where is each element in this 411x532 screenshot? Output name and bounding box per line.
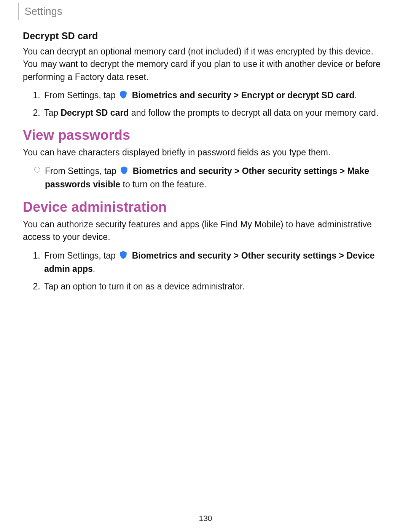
- circle-bullet-icon: [34, 167, 40, 173]
- bold-text: Other security settings: [242, 166, 338, 176]
- decrypt-sd-intro: You can decrypt an optional memory card …: [23, 45, 388, 83]
- shield-icon: [119, 166, 129, 176]
- view-passwords-bullet: From Settings, tap Biometrics and securi…: [34, 165, 388, 192]
- text: .: [355, 90, 357, 100]
- text: to turn on the feature.: [120, 179, 206, 189]
- text: From Settings, tap: [45, 166, 119, 176]
- bold-text: Other security settings: [241, 251, 337, 260]
- bold-text: Biometrics and security: [132, 251, 231, 260]
- bold-text: Encrypt or decrypt SD card: [241, 90, 355, 100]
- shield-icon: [118, 90, 128, 100]
- chevron-right-icon: >: [234, 166, 239, 176]
- header-title: Settings: [24, 6, 62, 18]
- device-admin-step-1: From Settings, tap Biometrics and securi…: [43, 249, 388, 276]
- header-divider: [18, 3, 19, 20]
- text: .: [93, 264, 95, 274]
- page-number: 130: [0, 514, 411, 523]
- page-header: Settings: [18, 0, 388, 22]
- section-title-device-admin: Device administration: [23, 199, 388, 215]
- bold-text: Biometrics and security: [132, 90, 231, 100]
- text: From Settings, tap: [44, 251, 118, 260]
- decrypt-sd-step-2: Tap Decrypt SD card and follow the promp…: [43, 106, 388, 120]
- device-admin-intro: You can authorize security features and …: [23, 218, 388, 244]
- bold-text: Biometrics and security: [133, 166, 232, 176]
- chevron-right-icon: >: [234, 90, 239, 100]
- chevron-right-icon: >: [234, 251, 239, 260]
- text: From Settings, tap: [44, 90, 118, 100]
- view-passwords-intro: You can have characters displayed briefl…: [23, 146, 388, 159]
- decrypt-sd-steps: From Settings, tap Biometrics and securi…: [23, 89, 388, 120]
- device-admin-steps: From Settings, tap Biometrics and securi…: [23, 249, 388, 294]
- bold-text: Decrypt SD card: [61, 108, 129, 118]
- section-title-view-passwords: View passwords: [23, 127, 388, 143]
- chevron-right-icon: >: [340, 166, 345, 176]
- decrypt-sd-step-1: From Settings, tap Biometrics and securi…: [43, 89, 388, 102]
- device-admin-step-2: Tap an option to turn it on as a device …: [43, 280, 388, 294]
- shield-icon: [118, 250, 128, 260]
- subheading-decrypt-sd: Decrypt SD card: [23, 30, 388, 42]
- chevron-right-icon: >: [339, 251, 344, 260]
- page-container: Settings Decrypt SD card You can decrypt…: [0, 0, 411, 532]
- text: Tap: [44, 108, 61, 118]
- view-passwords-bullets: From Settings, tap Biometrics and securi…: [23, 165, 388, 192]
- text: and follow the prompts to decrypt all da…: [129, 108, 378, 118]
